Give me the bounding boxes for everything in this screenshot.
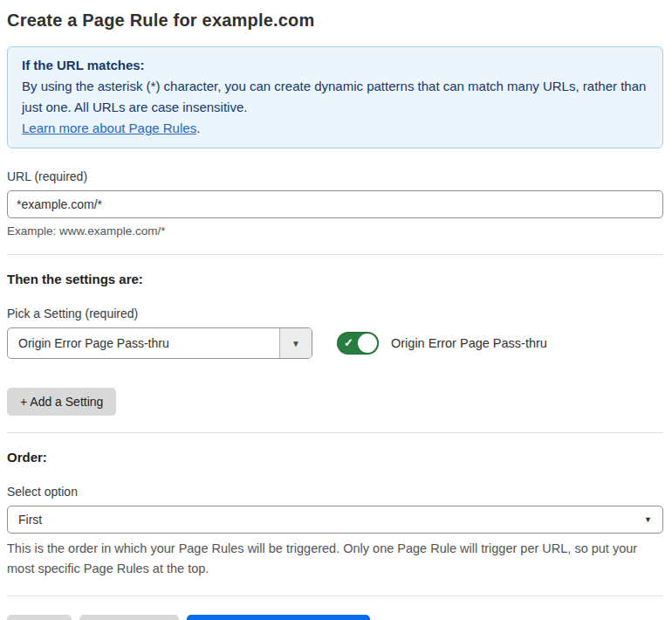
order-select-value: First [18,513,42,527]
url-example-helper: Example: www.example.com/* [7,224,663,238]
learn-more-link[interactable]: Learn more about Page Rules [22,121,196,135]
footer-buttons: Cancel Save as Draft Save and Deploy Pag… [7,615,663,620]
setting-toggle-wrap: ✓ Origin Error Page Pass-thru [337,332,547,355]
divider [7,254,663,255]
divider [7,596,663,596]
setting-toggle-label: Origin Error Page Pass-thru [391,336,547,350]
save-draft-button[interactable]: Save as Draft [79,615,180,620]
chevron-down-icon: ▼ [644,515,652,524]
url-match-info-box: If the URL matches: By using the asteris… [7,46,663,148]
checkmark-icon: ✓ [344,337,353,348]
setting-row: Origin Error Page Pass-thru ▼ ✓ Origin E… [7,327,663,359]
divider [7,432,663,433]
save-deploy-button[interactable]: Save and Deploy Page Rule [187,615,370,620]
page-title: Create a Page Rule for example.com [7,10,663,31]
cancel-button[interactable]: Cancel [7,615,72,620]
link-suffix: . [196,121,200,135]
order-select[interactable]: First ▼ [7,506,663,534]
setting-select-value: Origin Error Page Pass-thru [8,328,279,358]
setting-select[interactable]: Origin Error Page Pass-thru ▼ [7,327,312,359]
url-field-label: URL (required) [7,169,663,183]
order-helper-text: This is the order in which your Page Rul… [7,539,660,579]
order-section-heading: Order: [7,450,663,465]
setting-toggle[interactable]: ✓ [337,332,379,355]
settings-section-heading: Then the settings are: [7,272,663,286]
info-box-body: By using the asterisk (*) character, you… [22,76,648,118]
info-box-heading: If the URL matches: [22,55,648,76]
chevron-down-icon[interactable]: ▼ [279,328,312,358]
url-input[interactable] [7,190,663,218]
order-select-label: Select option [7,485,663,499]
toggle-knob [358,334,377,353]
info-box-link-line: Learn more about Page Rules. [22,118,648,139]
pick-setting-label: Pick a Setting (required) [7,307,663,320]
add-setting-button[interactable]: + Add a Setting [7,388,116,416]
